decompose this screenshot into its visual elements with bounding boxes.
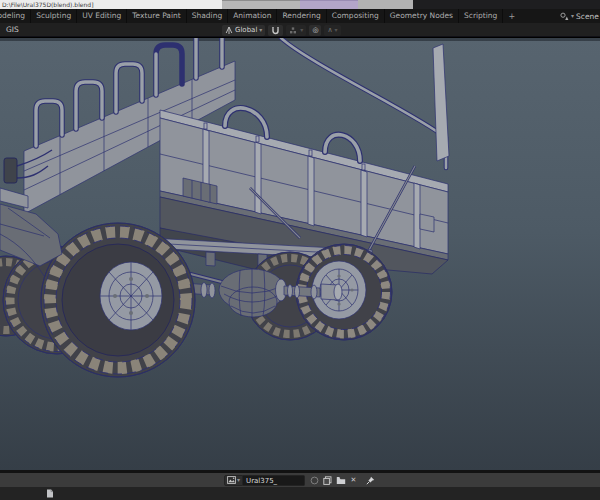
tab-animation[interactable]: Animation [228,9,277,23]
workspace-tabs: Modeling Sculpting UV Editing Texture Pa… [0,9,520,23]
tab-modeling[interactable]: Modeling [0,9,31,23]
fake-user-icon [310,476,319,485]
window-title: D:\File\Ural375D(blend).blend] [2,1,94,8]
tab-rendering[interactable]: Rendering [277,9,326,23]
orientation-axes-icon [225,26,233,35]
proportional-editing-toggle[interactable]: ◎ [309,25,321,36]
close-icon: ✕ [351,477,357,484]
tab-sculpting[interactable]: Sculpting [31,9,77,23]
titlebar: D:\File\Ural375D(blend).blend] [0,0,600,9]
workspace-tabbar: Modeling Sculpting UV Editing Texture Pa… [0,9,600,23]
snap-increment-icon [289,26,298,35]
pin-image-button[interactable] [365,475,376,486]
titlebar-segment [222,0,300,9]
chevron-down-icon: ▾ [259,27,262,33]
proportional-falloff-dropdown[interactable]: ∧ ▾ [324,25,340,36]
titlebar-dark-segment [413,0,600,9]
titlebar-accent-segment [300,0,358,9]
pin-icon [366,476,375,485]
orientation-label: Global [235,26,257,34]
bottom-status-strip [0,487,600,500]
header-shadow [0,38,600,41]
snap-magnet-icon [271,26,280,35]
viewport-canvas: .w{stroke:#2d3070;stroke-width:.7;fill:n… [0,38,600,470]
image-action-icons: ✕ [309,475,376,486]
tab-scripting[interactable]: Scripting [459,9,503,23]
snap-toggle-button[interactable] [268,25,283,36]
tab-uv-editing[interactable]: UV Editing [77,9,127,23]
tab-geometry-nodes[interactable]: Geometry Nodes [385,9,459,23]
image-name-field[interactable]: Ural375_ [243,475,305,486]
falloff-curve-icon: ∧ [327,26,332,34]
image-datablock-widget: ▾ Ural375_ [224,475,376,486]
chevron-down-icon: ▾ [571,13,574,19]
wheel-rear-left [41,223,195,377]
scene-selector[interactable]: ▾ Scene [556,9,600,23]
scene-icon [560,12,569,21]
unlink-image-button[interactable]: ✕ [348,475,359,486]
scene-name: Scene [576,12,599,21]
folder-icon [336,476,346,485]
3d-viewport[interactable]: .w{stroke:#2d3070;stroke-width:.7;fill:n… [0,38,600,470]
tab-compositing[interactable]: Compositing [327,9,385,23]
new-image-icon [323,476,332,485]
blender-window: D:\File\Ural375D(blend).blend] Modeling … [0,0,600,500]
titlebar-segment [358,0,413,9]
mudflap-bracket [420,214,434,232]
tab-texture-paint[interactable]: Texture Paint [127,9,186,23]
add-workspace-button[interactable]: + [503,12,520,21]
viewport-tools: Global ▾ ▾ ◎ ∧ [222,24,341,36]
image-editor-header: ▾ Ural375_ [0,473,600,487]
chevron-down-icon: ▾ [300,27,303,33]
chevron-down-icon: ▾ [335,27,338,33]
fake-user-button[interactable] [309,475,320,486]
proportional-editing-icon: ◎ [312,26,318,34]
snap-target-dropdown[interactable]: ▾ [286,25,306,36]
browse-image-button[interactable]: ▾ [224,475,243,486]
tab-shading[interactable]: Shading [187,9,228,23]
file-icon[interactable] [46,489,54,498]
viewport-header: GIS Global ▾ ▾ [0,23,600,37]
open-image-button[interactable] [335,475,346,486]
chevron-down-icon: ▾ [237,477,240,483]
new-image-button[interactable] [322,475,333,486]
image-icon [227,476,236,484]
gis-menu[interactable]: GIS [3,24,22,36]
transform-orientation-dropdown[interactable]: Global ▾ [222,25,265,36]
